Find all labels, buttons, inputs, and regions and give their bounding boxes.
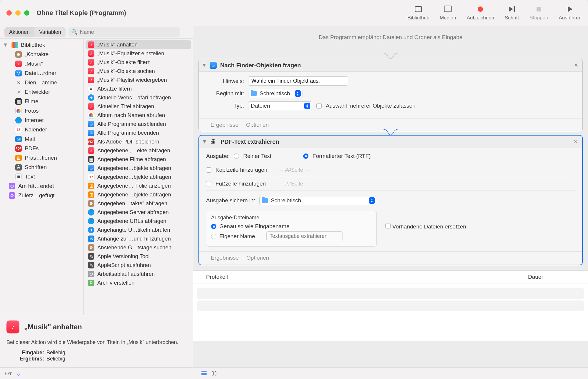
category-item[interactable]: ☻„Kontakte" [0, 50, 83, 59]
category-item[interactable]: 🌐Internet [0, 116, 83, 125]
toolbar-media-button[interactable]: Medien [440, 5, 456, 21]
hint-input[interactable] [248, 76, 348, 86]
status-bar: ⊙▾ ◇ [0, 367, 588, 379]
toolbar-library-button[interactable]: Bibliothek [407, 5, 429, 21]
action-item[interactable]: ♪„Musik"-Playlist wiedergeben [84, 76, 193, 84]
custom-name-label: Eigener Name [219, 233, 263, 240]
action-item[interactable]: ▦Angegebene Filme abfragen [84, 155, 193, 164]
action-item[interactable]: ♪„Musik"-Objekte filtern [84, 58, 193, 67]
plain-text-radio[interactable] [234, 153, 239, 159]
custom-name-radio[interactable] [211, 234, 216, 239]
action-item[interactable]: ♪„Musik"-Equalizer einstellen [84, 49, 193, 58]
music-icon: ♪ [88, 68, 94, 74]
replace-files-checkbox[interactable] [385, 223, 391, 228]
action-item[interactable]: ≡Absätze filtern [84, 84, 193, 93]
action-item[interactable]: ☻Anstehende G…tstage suchen [84, 243, 193, 252]
category-item[interactable]: ✕Entwickler [0, 87, 83, 97]
search-icon: 🔍 [71, 29, 78, 35]
replace-files-label: Vorhandene Dateien ersetzen [392, 223, 466, 230]
action-item[interactable]: ♪„Musik"-Objekte suchen [84, 67, 193, 76]
type-popup[interactable]: Dateien ▲▼ [248, 101, 312, 110]
add-header-label: Kopfzeile hinzufügen [216, 167, 274, 173]
action-item[interactable]: ☺Angegebene…bjekte abfragen [84, 164, 193, 173]
action-item[interactable]: 🌐Angegebene Server abfragen [84, 208, 193, 217]
action-item[interactable]: ✎AppleScript ausführen [84, 261, 193, 270]
action-item[interactable]: ✦Aktuelle Webs…afari abfragen [84, 93, 193, 102]
action-item[interactable]: ⊞Angegebene…bjekte abfragen [84, 190, 193, 199]
category-item[interactable]: ✉Mail [0, 134, 83, 144]
add-header-checkbox[interactable] [206, 167, 211, 173]
search-field[interactable]: 🔍 [68, 27, 180, 37]
category-item[interactable]: ⊞Präs…tionen [0, 153, 83, 163]
category-item[interactable]: ☺Datei…rdner [0, 69, 83, 78]
contacts-icon: ☻ [88, 200, 94, 207]
options-button[interactable]: Optionen [246, 255, 269, 261]
action-item[interactable]: ✎Apple Versioning Tool [84, 252, 193, 261]
rtf-radio[interactable] [303, 153, 308, 159]
workflow-action-ask-finder: ▶ ☺ Nach Finder-Objekten fragen ✕ Hinwei… [198, 59, 583, 132]
close-window-button[interactable] [6, 10, 12, 16]
list-view-icon[interactable] [201, 371, 207, 375]
music-icon: ♪ [88, 147, 94, 154]
log-row [197, 288, 584, 299]
folder-icon [251, 91, 257, 96]
hint-label: Hinweis: [206, 78, 244, 84]
category-item[interactable]: 17Kalender [0, 125, 83, 134]
action-item[interactable]: ♪Aktuellen Titel abfragen [84, 102, 193, 111]
category-item[interactable]: ♪„Musik" [0, 59, 83, 69]
action-item[interactable]: Album nach Namen abrufen [84, 111, 193, 120]
pdf-icon: PDF [15, 145, 22, 152]
results-button[interactable]: Ergebnisse [211, 255, 239, 261]
zoom-window-button[interactable] [24, 10, 29, 16]
start-location-popup[interactable]: Schreibtisch ▲▼ [248, 89, 303, 98]
globe-icon: 🌐 [88, 209, 94, 216]
disclosure-icon[interactable]: ▶ [202, 64, 207, 67]
finder-icon: ☺ [88, 130, 94, 136]
txt-icon: ≡ [88, 86, 94, 92]
smart-folder-item[interactable]: ⚙Zuletz…gefügt [0, 191, 83, 200]
action-item[interactable]: ☺Alle Programme beenden [84, 128, 193, 137]
tab-actions[interactable]: Aktionen [4, 27, 34, 37]
action-item[interactable]: ♪„Musik" anhalten [86, 40, 191, 49]
library-root[interactable]: ▶ Bibliothek [0, 40, 83, 50]
minimize-window-button[interactable] [15, 10, 21, 16]
status-bookmark-icon[interactable]: ◇ [16, 370, 21, 377]
action-item[interactable]: 🌐Angegebene URLs abfragen [84, 217, 193, 226]
options-button[interactable]: Optionen [246, 122, 269, 128]
action-item[interactable]: ⊞Angegebene…-Folie anzeigen [84, 181, 193, 190]
action-item[interactable]: ☺Alle Programme ausblenden [84, 120, 193, 128]
add-footer-label: Fußzeile hinzufügen [216, 181, 274, 187]
save-location-popup[interactable]: Schreibtisch ▲▼ [259, 196, 377, 205]
category-item[interactable]: ✕Dien…amme [0, 78, 83, 87]
add-footer-checkbox[interactable] [206, 181, 211, 186]
column-view-icon[interactable] [212, 371, 216, 375]
close-icon[interactable]: ✕ [574, 138, 578, 145]
category-item[interactable]: PDFPDFs [0, 144, 83, 153]
rtf-label: Formatierter Text (RTF) [313, 153, 371, 159]
action-item[interactable]: ⧉Archiv erstellen [84, 278, 193, 287]
action-item[interactable]: ☻Angegeben…takte" abfragen [84, 199, 193, 208]
close-icon[interactable]: ✕ [574, 62, 578, 69]
action-item[interactable]: 17Angegebene…bjekte abfragen [84, 173, 193, 181]
allow-multiple-checkbox[interactable] [316, 103, 322, 108]
tab-variables[interactable]: Variablen [34, 27, 66, 37]
action-item[interactable]: ✦Angehängte U…tikeln abrufen [84, 226, 193, 234]
toolbar-run-button[interactable]: Ausführen [559, 5, 582, 21]
same-as-input-radio[interactable] [211, 224, 216, 229]
status-menu-icon[interactable]: ⊙▾ [5, 370, 12, 377]
toolbar-record-button[interactable]: Aufzeichnen [467, 5, 494, 21]
toolbar-step-button[interactable]: Schritt [505, 5, 519, 21]
log-col-duration: Dauer [528, 274, 575, 280]
category-item[interactable]: ▦Filme [0, 97, 83, 106]
category-item[interactable]: Fotos [0, 106, 83, 116]
category-item[interactable]: ≡Text [0, 172, 83, 181]
category-item[interactable]: ASchriften [0, 163, 83, 172]
results-button[interactable]: Ergebnisse [211, 122, 238, 128]
disclosure-icon[interactable]: ▶ [203, 140, 207, 143]
action-item[interactable]: ♪Angegebene „…ekte abfragen [84, 146, 193, 155]
action-item[interactable]: ✉Anhänge zur…und hinzufügen [84, 234, 193, 243]
action-item[interactable]: PDFAls Adobe PDF speichern [84, 137, 193, 146]
search-input[interactable] [80, 29, 177, 35]
action-item[interactable]: ⚙Arbeitsablauf ausführen [84, 270, 193, 278]
smart-folder-item[interactable]: ⚙Am hä…endet [0, 181, 83, 191]
